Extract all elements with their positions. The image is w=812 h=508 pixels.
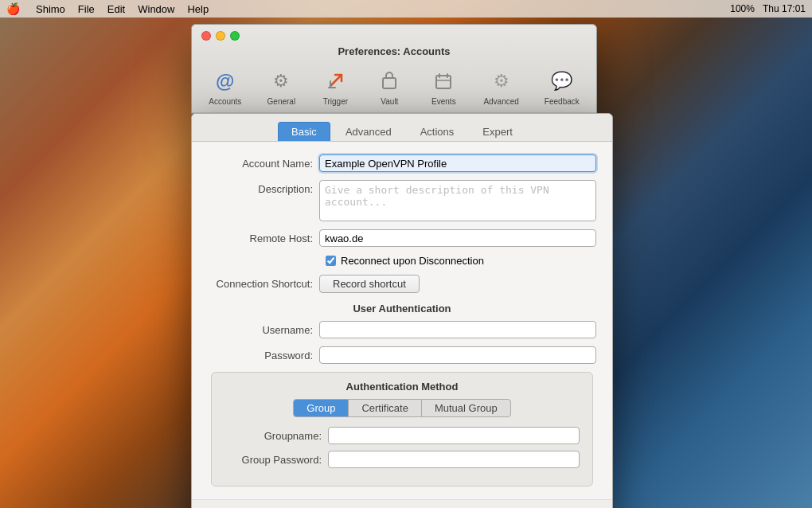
vault-icon (375, 67, 404, 96)
reconnect-row: Reconnect upon Disconnection (326, 255, 596, 267)
apple-menu[interactable]: 🍎 (6, 2, 20, 15)
remote-host-row: Remote Host: (208, 229, 596, 247)
toolbar-icon-accounts[interactable]: @ Accounts (196, 64, 254, 112)
account-name-input[interactable] (319, 154, 596, 172)
groupname-label: Groupname: (224, 430, 328, 442)
connection-shortcut-row: Connection Shortcut: Record shortcut (208, 275, 596, 293)
toolbar-icon-events[interactable]: Events (416, 64, 470, 112)
app-menu-window[interactable]: Window (138, 3, 174, 15)
segment-certificate[interactable]: Certificate (349, 400, 422, 416)
close-button[interactable] (201, 31, 211, 41)
account-name-row: Account Name: (208, 154, 596, 172)
app-menu-edit[interactable]: Edit (107, 3, 125, 15)
menubar-battery: 100% (730, 3, 755, 14)
auth-method-section: Authentication Method Group Certificate … (211, 372, 593, 487)
trigger-label: Trigger (323, 97, 348, 106)
accounts-icon: @ (211, 67, 240, 96)
description-row: Description: (208, 180, 596, 221)
svg-rect-3 (383, 78, 396, 88)
record-shortcut-button[interactable]: Record shortcut (319, 275, 420, 293)
tab-expert[interactable]: Expert (469, 122, 526, 141)
events-icon (429, 67, 458, 96)
description-label: Description: (208, 180, 319, 195)
advanced-icon: ⚙ (487, 67, 516, 96)
reconnect-checkbox[interactable] (326, 256, 336, 266)
window-title: Preferences: Accounts (338, 45, 450, 57)
general-label: General (267, 97, 296, 106)
minimize-button[interactable] (216, 31, 225, 41)
tab-actions[interactable]: Actions (407, 122, 468, 141)
description-input[interactable] (319, 180, 596, 221)
menu-bar: 🍎 Shimo File Edit Window Help 100% Thu 1… (0, 0, 812, 18)
svg-line-0 (330, 75, 342, 86)
feedback-icon: 💬 (548, 67, 576, 96)
tab-advanced[interactable]: Advanced (332, 122, 405, 141)
user-auth-header: User Authentication (208, 303, 596, 315)
tab-basic[interactable]: Basic (278, 122, 330, 141)
remote-host-input[interactable] (319, 229, 596, 247)
dialog-footer: ? Cancel Save (192, 499, 612, 508)
preferences-window: Preferences: Accounts @ Accounts ⚙ Gener… (191, 24, 597, 114)
reconnect-label: Reconnect upon Disconnection (341, 255, 484, 267)
app-menu-help[interactable]: Help (187, 3, 209, 15)
accounts-label: Accounts (209, 97, 241, 106)
groupname-row: Groupname: (224, 427, 580, 444)
segment-group[interactable]: Group (294, 400, 349, 416)
username-label: Username: (208, 321, 319, 336)
form-content: Account Name: Description: Remote Host: … (192, 142, 612, 499)
groupname-input[interactable] (328, 427, 580, 444)
username-row: Username: (208, 321, 596, 338)
password-input[interactable] (319, 346, 596, 364)
toolbar-icon-trigger[interactable]: Trigger (308, 64, 362, 112)
toolbar-icon-advanced[interactable]: ⚙ Advanced (470, 64, 531, 112)
dialog-window: Basic Advanced Actions Expert Account Na… (191, 113, 613, 508)
events-label: Events (431, 97, 456, 106)
connection-shortcut-label: Connection Shortcut: (208, 275, 319, 290)
tab-bar: Basic Advanced Actions Expert (192, 114, 612, 142)
auth-method-header: Authentication Method (224, 381, 580, 393)
traffic-lights (201, 31, 240, 41)
vault-label: Vault (381, 97, 398, 106)
maximize-button[interactable] (230, 31, 240, 41)
toolbar-icon-general[interactable]: ⚙ General (254, 64, 308, 112)
trigger-icon (321, 67, 349, 96)
feedback-label: Feedback (545, 97, 580, 106)
menubar-clock: Thu 17:01 (763, 3, 806, 14)
svg-rect-4 (436, 76, 451, 88)
advanced-label: Advanced (483, 97, 518, 106)
auth-method-segmented-control: Group Certificate Mutual Group (293, 399, 510, 417)
group-password-row: Group Password: (224, 451, 580, 468)
remote-host-label: Remote Host: (208, 229, 319, 244)
group-password-input[interactable] (328, 451, 580, 468)
password-label: Password: (208, 346, 319, 361)
app-menu-shimo[interactable]: Shimo (36, 3, 65, 15)
toolbar-window: Preferences: Accounts @ Accounts ⚙ Gener… (191, 24, 597, 114)
toolbar-icons: @ Accounts ⚙ General Trigger (196, 64, 592, 112)
password-row: Password: (208, 346, 596, 364)
toolbar-icon-vault[interactable]: Vault (362, 64, 416, 112)
group-password-label: Group Password: (224, 454, 328, 466)
toolbar-titlebar: Preferences: Accounts @ Accounts ⚙ Gener… (192, 25, 596, 113)
segment-mutual-group[interactable]: Mutual Group (422, 400, 510, 416)
account-name-label: Account Name: (208, 154, 319, 170)
app-menu-file[interactable]: File (78, 3, 95, 15)
username-input[interactable] (319, 321, 596, 338)
general-icon: ⚙ (267, 67, 295, 96)
toolbar-icon-feedback[interactable]: 💬 Feedback (532, 64, 592, 112)
